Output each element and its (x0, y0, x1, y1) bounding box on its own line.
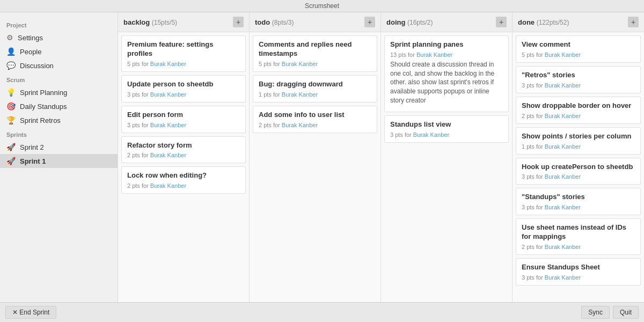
sidebar-item-label: Daily Standups (20, 103, 67, 111)
column-body-doing: Sprint planning panes 13 pts for Burak K… (381, 32, 512, 302)
column-body-todo: Comments and replies need timestamps 5 p… (250, 32, 380, 302)
bulb-icon: 💡 (6, 88, 16, 97)
trophy-icon: 🏆 (6, 116, 16, 125)
card[interactable]: Comments and replies need timestamps 5 p… (253, 35, 377, 72)
sidebar-item-sprint-planning[interactable]: 💡 Sprint Planning (0, 85, 118, 99)
card[interactable]: Bug: dragging downward 1 pts for Burak K… (253, 75, 377, 103)
main-area: Project ⚙ Settings 👤 People 💬 Discussion… (0, 12, 644, 302)
sidebar-item-label: Sprint Planning (20, 89, 67, 97)
column-todo: todo (8pts/3) + Comments and replies nee… (250, 12, 381, 302)
column-title: todo (8pts/3) (255, 18, 294, 26)
sidebar-item-label: Sprint 1 (20, 157, 46, 165)
bottom-right: Sync Quit (581, 306, 639, 319)
column-done: done (122pts/52) + View comment 5 pts fo… (513, 12, 644, 302)
app-title-bar: Scrumsheet (0, 0, 644, 12)
card[interactable]: View comment 5 pts for Burak Kanber (516, 35, 641, 63)
column-doing: doing (16pts/2) + Sprint planning panes … (381, 12, 513, 302)
sprints-section-label: Sprints (0, 127, 118, 140)
sidebar-item-label: Sprint 2 (20, 143, 44, 151)
bottom-left: ✕ End Sprint (5, 306, 56, 319)
scrum-section-label: Scrum (0, 72, 118, 85)
target-icon: 🎯 (6, 102, 16, 111)
column-header-done: done (122pts/52) + (513, 12, 644, 32)
column-title: backlog (15pts/5) (123, 18, 177, 26)
card[interactable]: "Retros" stories 3 pts for Burak Kanber (516, 66, 641, 93)
add-card-done-button[interactable]: + (628, 17, 639, 27)
card[interactable]: Hook up createPerson to sheetdb 3 pts fo… (516, 158, 641, 185)
column-title: doing (16pts/2) (386, 18, 433, 26)
column-body-done: View comment 5 pts for Burak Kanber "Ret… (513, 32, 644, 302)
add-card-todo-button[interactable]: + (364, 17, 375, 27)
card[interactable]: Lock row when editing? 2 pts for Burak K… (121, 166, 246, 194)
people-icon: 👤 (6, 47, 16, 56)
column-body-backlog: Premium feature: settings profiles 5 pts… (118, 32, 249, 302)
sidebar-item-sprint-retros[interactable]: 🏆 Sprint Retros (0, 113, 118, 127)
sidebar-item-label: People (20, 48, 41, 56)
sidebar: Project ⚙ Settings 👤 People 💬 Discussion… (0, 12, 118, 302)
card[interactable]: Edit person form 3 pts for Burak Kanber (121, 106, 246, 133)
sidebar-item-people[interactable]: 👤 People (0, 45, 118, 58)
card[interactable]: Ensure Standups Sheet 3 pts for Burak Ka… (516, 258, 641, 286)
card[interactable]: Standups list view 3 pts for Burak Kanbe… (384, 115, 509, 143)
discussion-icon: 💬 (6, 61, 16, 70)
column-header-doing: doing (16pts/2) + (381, 12, 512, 32)
sidebar-item-label: Settings (18, 34, 43, 42)
card[interactable]: Show droppable border on hover 2 pts for… (516, 97, 641, 124)
card[interactable]: Add some info to user list 2 pts for Bur… (253, 106, 377, 133)
column-backlog: backlog (15pts/5) + Premium feature: set… (118, 12, 250, 302)
column-header-todo: todo (8pts/3) + (250, 12, 380, 32)
bottom-bar: ✕ End Sprint Sync Quit (0, 302, 644, 322)
rocket-icon: 🚀 (6, 157, 16, 165)
quit-button[interactable]: Quit (613, 306, 639, 319)
card[interactable]: Premium feature: settings profiles 5 pts… (121, 35, 246, 72)
card[interactable]: Use sheet names instead of IDs for mappi… (516, 218, 641, 255)
add-card-backlog-button[interactable]: + (233, 17, 244, 27)
column-title: done (122pts/52) (518, 18, 569, 26)
sidebar-item-sprint-2[interactable]: 🚀 Sprint 2 (0, 140, 118, 154)
app-title: Scrumsheet (305, 2, 339, 10)
card[interactable]: Update person to sheetdb 3 pts for Burak… (121, 75, 246, 103)
rocket-icon: 🚀 (6, 143, 16, 151)
sync-button[interactable]: Sync (581, 306, 610, 319)
card[interactable]: Refactor story form 2 pts for Burak Kanb… (121, 136, 246, 164)
sidebar-item-daily-standups[interactable]: 🎯 Daily Standups (0, 99, 118, 113)
board-area: backlog (15pts/5) + Premium feature: set… (118, 12, 644, 302)
sidebar-item-settings[interactable]: ⚙ Settings (0, 31, 118, 45)
end-sprint-button[interactable]: ✕ End Sprint (5, 306, 56, 319)
card[interactable]: Sprint planning panes 13 pts for Burak K… (384, 35, 509, 112)
sidebar-item-label: Discussion (20, 62, 54, 70)
card[interactable]: Show points / stories per column 1 pts f… (516, 127, 641, 155)
sidebar-item-sprint-1[interactable]: 🚀 Sprint 1 (0, 154, 118, 168)
add-card-doing-button[interactable]: + (496, 17, 507, 27)
column-header-backlog: backlog (15pts/5) + (118, 12, 249, 32)
sidebar-item-label: Sprint Retros (20, 116, 61, 125)
gear-icon: ⚙ (6, 33, 13, 42)
sidebar-item-discussion[interactable]: 💬 Discussion (0, 58, 118, 72)
card[interactable]: "Standups" stories 3 pts for Burak Kanbe… (516, 188, 641, 215)
project-section-label: Project (0, 18, 118, 31)
